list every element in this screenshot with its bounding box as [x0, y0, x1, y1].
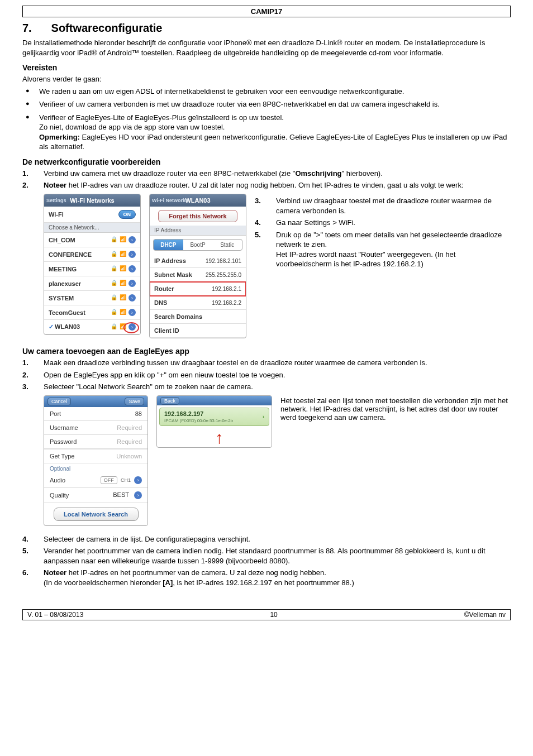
footer-copyright: ©Velleman nv — [464, 611, 506, 619]
add-camera-heading: Uw camera toevoegen aan de EagleEyes app — [22, 347, 511, 356]
forget-row: Forget this Network — [150, 207, 246, 226]
wifi-toggle[interactable]: ON — [118, 210, 136, 219]
static-option[interactable]: Static — [212, 240, 242, 250]
wifi-topbar-title: Wi-Fi Networks — [70, 197, 114, 204]
requirements-heading: Vereisten — [22, 63, 511, 72]
footer-version: V. 01 – 08/08/2013 — [27, 611, 83, 619]
requirements-list: We raden u aan om uw eigen ADSL of inter… — [22, 87, 511, 152]
wifi-networks-panel: Settings Wi-Fi Networks Wi-Fi ON Choose … — [44, 194, 141, 335]
chevron-right-icon: › — [129, 236, 136, 243]
tail-step: 4.Selecteer de camera in de lijst. De co… — [22, 534, 511, 544]
wifi-topbar: Settings Wi-Fi Networks — [44, 194, 140, 207]
tail-step: 6. Noteer het IP-adres en het poortnumme… — [22, 568, 511, 587]
network-row[interactable]: TecomGuest 🔒 📶 › — [44, 305, 140, 320]
mask-row: Subnet Mask 255.255.255.0 — [150, 268, 246, 282]
prep-step: 1. Verbind uw camera met uw draadloze ro… — [22, 169, 511, 179]
network-row[interactable]: SYSTEM 🔒 📶 › — [44, 291, 140, 305]
tail-steps: 4.Selecteer de camera in de lijst. De co… — [22, 534, 511, 588]
detail-topbar: Wi-Fi Networks WLAN03 — [150, 194, 246, 207]
page-footer: V. 01 – 08/08/2013 10 ©Velleman nv — [22, 609, 511, 620]
network-row-selected[interactable]: ✓WLAN03 🔒 📶 › — [44, 320, 140, 334]
password-row[interactable]: Password Required — [44, 435, 147, 449]
footer-page: 10 — [270, 611, 277, 619]
port-row[interactable]: Port 88 — [44, 407, 147, 421]
intro-paragraph: De installatiemethode hieronder beschrij… — [22, 38, 511, 58]
checkmark-icon: ✓ — [49, 323, 54, 330]
chevron-right-icon: › — [263, 414, 264, 420]
wifi-toggle-row[interactable]: Wi-Fi ON — [44, 207, 140, 223]
cancel-button[interactable]: Cancel — [47, 398, 71, 405]
add-steps: 1.Maak een draadloze verbinding tussen u… — [22, 358, 511, 392]
lns-row: Local Network Search — [44, 503, 147, 525]
wifi-label: Wi-Fi — [49, 211, 64, 218]
router-row: Router 192.168.2.1 — [150, 282, 246, 296]
network-row[interactable]: planexuser 🔒 📶 › — [44, 276, 140, 291]
choose-network-label: Choose a Network... — [44, 223, 140, 233]
req-item: Verifieer of EagleEyes-Lite of EagleEyes… — [22, 113, 511, 152]
prep-step: 3.Verbind uw draagbaar toestel met de dr… — [255, 196, 511, 216]
add-step: 2.Open de EagleEyes app en klik op "+" o… — [22, 370, 511, 380]
section-title: Softwareconfiguratie — [51, 22, 163, 34]
audio-row[interactable]: Audio OFF CH1 › — [44, 473, 147, 488]
back-button[interactable]: Back — [160, 397, 179, 405]
add-step: 3.Selecteer "Local Network Search" om te… — [22, 382, 511, 392]
device-mac: IPCAM (FIXED) 00:0e:53:1e:0e:2b — [164, 418, 233, 423]
search-topbar: Back — [157, 396, 272, 405]
audio-off[interactable]: OFF — [101, 476, 117, 484]
req-item: Verifieer of uw camera verbonden is met … — [22, 99, 511, 109]
found-device-item[interactable]: 192.168.2.197 IPCAM (FIXED) 00:0e:53:1e:… — [159, 408, 269, 426]
back-settings[interactable]: Settings — [46, 198, 66, 203]
quality-row[interactable]: Quality BEST › — [44, 488, 147, 503]
device-ip: 192.168.2.197 — [164, 410, 203, 417]
bootp-option[interactable]: BootP — [183, 240, 213, 250]
chevron-right-icon[interactable]: › — [134, 476, 142, 484]
prep-heading: De netwerkconfiguratie voorbereiden — [22, 157, 511, 166]
network-row[interactable]: MEETING 🔒 📶 › — [44, 262, 140, 276]
prep-step: 2. Noteer het IP-adres van uw draadloze … — [22, 180, 511, 190]
audio-channel: CH1 — [121, 477, 131, 483]
ip-row: IP Address 192.168.2.101 — [150, 254, 246, 268]
section-number: 7. — [22, 22, 48, 35]
req-item: We raden u aan om uw eigen ADSL of inter… — [22, 87, 511, 97]
network-row[interactable]: CH_COM 🔒 📶 › — [44, 233, 140, 247]
chevron-right-icon[interactable]: › — [134, 491, 142, 499]
arrow-up-icon: ↑ — [167, 428, 272, 447]
search-caption: Het toestel zal een lijst tonen met toes… — [280, 395, 511, 422]
eagleeyes-add-panel: Cancel Save Port 88 Username Required Pa… — [44, 395, 148, 526]
requirements-lead: Alvorens verder te gaan: — [22, 74, 511, 84]
search-domains-row: Search Domains — [150, 310, 246, 324]
dhcp-option[interactable]: DHCP — [154, 240, 183, 250]
local-network-search-button[interactable]: Local Network Search — [54, 508, 139, 521]
gettype-row[interactable]: Get Type Unknown — [44, 449, 147, 463]
ip-mode-segment[interactable]: DHCP BootP Static — [153, 239, 242, 251]
doc-header: CAMIP17 — [22, 6, 511, 17]
prep-steps: 1. Verbind uw camera met uw draadloze ro… — [22, 169, 511, 190]
network-icons: 🔒 📶 › — [111, 236, 136, 243]
ip-address-section: IP Address — [150, 226, 246, 236]
tail-step: 5.Verander het poortnummer van de camera… — [22, 546, 511, 566]
forget-network-button[interactable]: Forget this Network — [158, 210, 237, 222]
detail-title: WLAN03 — [185, 197, 210, 204]
username-row[interactable]: Username Required — [44, 421, 147, 435]
client-id-row: Client ID — [150, 324, 246, 338]
prep-step: 5. Druk op de ">" toets om meer details … — [255, 230, 511, 269]
wifi-detail-panel: Wi-Fi Networks WLAN03 Forget this Networ… — [149, 194, 246, 338]
add-step: 1.Maak een draadloze verbinding tussen u… — [22, 358, 511, 368]
prep-steps-cont: 3.Verbind uw draagbaar toestel met de dr… — [255, 196, 511, 269]
section-heading: 7. Softwareconfiguratie — [22, 22, 511, 35]
eagle-topbar: Cancel Save — [44, 396, 147, 407]
optional-section: Optional — [44, 463, 147, 473]
save-button[interactable]: Save — [125, 398, 144, 405]
network-row[interactable]: CONFERENCE 🔒 📶 › — [44, 247, 140, 262]
prep-step: 4.Ga naar Settings > WiFi. — [255, 218, 511, 228]
back-wifi[interactable]: Wi-Fi Networks — [152, 198, 188, 203]
search-result-panel: Back 192.168.2.197 IPCAM (FIXED) 00:0e:5… — [156, 395, 272, 448]
doc-code: CAMIP17 — [251, 7, 282, 16]
dns-row: DNS 192.168.2.2 — [150, 296, 246, 310]
